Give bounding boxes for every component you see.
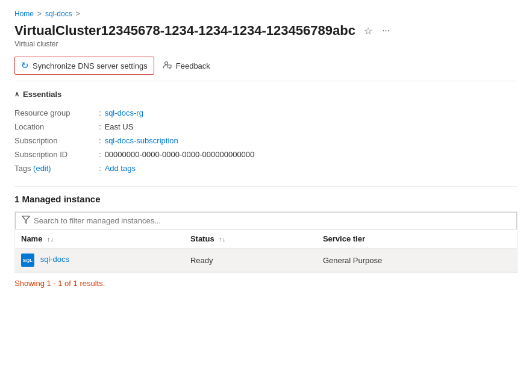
essentials-row-tags: Tags (edit) : Add tags [14, 161, 266, 175]
resource-group-label: Resource group [14, 108, 99, 117]
breadcrumb-home[interactable]: Home [14, 10, 34, 18]
search-input[interactable] [34, 216, 510, 225]
subscription-id-label: Subscription ID [14, 150, 99, 159]
col-name-sort-icon[interactable]: ↑↓ [47, 235, 54, 243]
breadcrumb: Home > sql-docs > [14, 10, 518, 18]
sync-dns-label: Synchronize DNS server settings [33, 61, 148, 70]
showing-results: Showing 1 - 1 of 1 results. [14, 279, 518, 288]
essentials-row-subscription: Subscription : sql-docs-subscription [14, 134, 266, 148]
col-status-label: Status [190, 234, 214, 243]
instances-table: Name ↑↓ Status ↑↓ Service tier [15, 229, 517, 272]
col-name-label: Name [21, 234, 42, 243]
instance-status-cell: Ready [184, 249, 317, 272]
feedback-icon [163, 60, 172, 72]
svg-marker-1 [22, 216, 30, 223]
col-status-sort-icon[interactable]: ↑↓ [219, 235, 225, 243]
instance-tier-value: General Purpose [323, 256, 382, 265]
table-header-row: Name ↑↓ Status ↑↓ Service tier [15, 229, 517, 249]
managed-instances-table-container: Name ↑↓ Status ↑↓ Service tier [14, 211, 518, 273]
page-header: VirtualCluster12345678-1234-1234-1234-12… [14, 23, 518, 39]
filter-icon [22, 216, 30, 226]
tags-edit-link[interactable]: (edit) [33, 164, 51, 173]
breadcrumb-sep1: > [37, 10, 42, 18]
toolbar: ↻ Synchronize DNS server settings Feedba… [14, 57, 518, 81]
essentials-row-resource-group: Resource group : sql-docs-rg [14, 106, 266, 120]
sync-icon: ↻ [21, 60, 29, 71]
essentials-chevron: ∧ [14, 90, 19, 98]
svg-point-0 [164, 61, 167, 64]
table-row: SQL sql-docs Ready General Purpose [15, 249, 517, 272]
essentials-label: Essentials [23, 90, 61, 99]
essentials-grid: Resource group : sql-docs-rg Location : … [14, 106, 518, 175]
location-value: East US [105, 122, 134, 131]
col-name: Name ↑↓ [15, 229, 184, 249]
page-title: VirtualCluster12345678-1234-1234-1234-12… [14, 23, 355, 39]
instance-tier-cell: General Purpose [317, 249, 517, 272]
pin-icon: ☆ [364, 25, 372, 37]
breadcrumb-sqldocs[interactable]: sql-docs [45, 10, 72, 18]
tags-add-link[interactable]: Add tags [105, 164, 136, 173]
instance-name-link[interactable]: sql-docs [40, 255, 69, 264]
managed-instances-section: 1 Managed instance Name ↑↓ Status [14, 194, 518, 288]
subscription-value[interactable]: sql-docs-subscription [105, 136, 178, 145]
location-label: Location [14, 122, 99, 131]
more-button[interactable]: ··· [380, 24, 392, 37]
managed-instances-title: 1 Managed instance [14, 194, 518, 204]
resource-group-value[interactable]: sql-docs-rg [105, 108, 143, 117]
db-icon: SQL [21, 254, 34, 267]
essentials-row-location: Location : East US [14, 120, 266, 134]
col-service-tier-label: Service tier [323, 234, 365, 243]
feedback-label: Feedback [176, 61, 210, 70]
section-divider [14, 186, 518, 187]
instance-status-value: Ready [190, 256, 213, 265]
subscription-label: Subscription [14, 136, 99, 145]
essentials-row-subscription-id: Subscription ID : 00000000-0000-0000-000… [14, 148, 266, 161]
search-bar [15, 212, 517, 229]
col-service-tier: Service tier [317, 229, 517, 249]
feedback-button[interactable]: Feedback [157, 57, 216, 75]
essentials-header[interactable]: ∧ Essentials [14, 90, 518, 99]
ellipsis-icon: ··· [382, 25, 390, 36]
pin-button[interactable]: ☆ [361, 24, 375, 38]
col-status: Status ↑↓ [184, 229, 317, 249]
breadcrumb-sep2: > [76, 10, 80, 18]
instance-name-cell: SQL sql-docs [15, 249, 184, 272]
header-icons: ☆ ··· [361, 24, 392, 38]
essentials-section: ∧ Essentials Resource group : sql-docs-r… [14, 90, 518, 175]
tags-label: Tags (edit) [14, 164, 99, 173]
subscription-id-value: 00000000-0000-0000-0000-000000000000 [105, 150, 255, 159]
page-subtitle: Virtual cluster [14, 40, 518, 48]
sync-dns-button[interactable]: ↻ Synchronize DNS server settings [14, 57, 154, 75]
